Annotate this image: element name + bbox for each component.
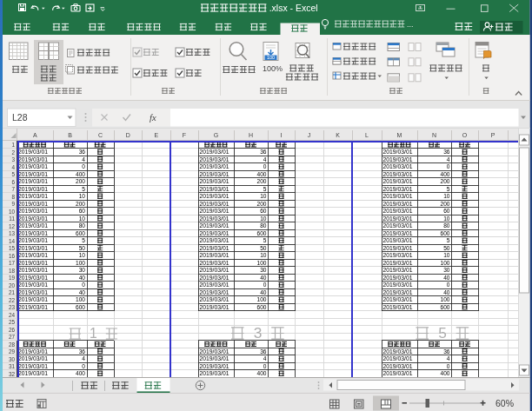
svg-text:.xlsx - Excel: .xlsx - Excel [269, 3, 318, 13]
svg-text:2019/03/01: 2019/03/01 [383, 171, 413, 177]
svg-text:2019/03/01: 2019/03/01 [18, 363, 48, 369]
svg-text:21: 21 [9, 289, 16, 295]
svg-text:400: 400 [256, 370, 266, 376]
svg-text:25: 25 [9, 319, 16, 325]
svg-text:400: 400 [76, 370, 85, 376]
svg-text:10: 10 [79, 193, 86, 199]
svg-text:2019/03/01: 2019/03/01 [383, 149, 413, 155]
svg-text:2019/03/01: 2019/03/01 [383, 208, 413, 214]
svg-text:2019/03/01: 2019/03/01 [18, 215, 48, 222]
svg-text:5: 5 [438, 324, 447, 341]
svg-text:2019/03/01: 2019/03/01 [18, 304, 48, 310]
svg-text:2019/03/01: 2019/03/01 [18, 171, 48, 177]
svg-text:4: 4 [263, 156, 267, 162]
svg-text:60: 60 [443, 208, 450, 214]
svg-text:4: 4 [11, 164, 15, 170]
svg-text:2019/03/01: 2019/03/01 [383, 363, 413, 369]
svg-text:100: 100 [76, 260, 85, 266]
svg-text:2019/03/01: 2019/03/01 [200, 304, 229, 310]
svg-text:8: 8 [11, 194, 15, 200]
svg-text:28: 28 [9, 341, 16, 348]
svg-text:19: 19 [9, 275, 16, 281]
svg-text:2019/03/01: 2019/03/01 [200, 252, 229, 258]
svg-text:2019/03/01: 2019/03/01 [200, 363, 229, 369]
svg-text:29: 29 [9, 348, 16, 355]
svg-text:2019/03/01: 2019/03/01 [383, 304, 413, 310]
svg-text:D: D [126, 132, 130, 138]
svg-text:600: 600 [76, 304, 85, 310]
svg-text:2019/03/01: 2019/03/01 [200, 163, 229, 169]
svg-text:4: 4 [447, 156, 450, 162]
svg-text:2019/03/01: 2019/03/01 [18, 201, 48, 207]
svg-text:2019/03/01: 2019/03/01 [200, 370, 229, 376]
svg-text:30: 30 [79, 267, 86, 273]
svg-text:2019/03/01: 2019/03/01 [383, 252, 413, 258]
svg-text:1: 1 [11, 142, 15, 148]
svg-text:2019/03/01: 2019/03/01 [18, 267, 48, 273]
svg-text:K: K [336, 132, 340, 138]
svg-text:0: 0 [82, 363, 85, 369]
svg-text:100%: 100% [263, 64, 283, 73]
svg-text:36: 36 [443, 348, 450, 355]
svg-text:2019/03/01: 2019/03/01 [18, 222, 48, 229]
svg-text:200: 200 [440, 178, 449, 184]
svg-text:2019/03/01: 2019/03/01 [200, 186, 229, 192]
svg-text:2019/03/01: 2019/03/01 [383, 237, 413, 243]
svg-text:400: 400 [440, 370, 449, 376]
svg-text:60: 60 [79, 208, 86, 214]
svg-text:4: 4 [82, 156, 85, 162]
svg-text:M: M [397, 132, 402, 138]
svg-text:10: 10 [260, 193, 267, 199]
svg-text:400: 400 [440, 171, 449, 177]
svg-text:2019/03/01: 2019/03/01 [383, 296, 413, 302]
svg-text:2: 2 [11, 149, 15, 156]
svg-text:40: 40 [443, 289, 450, 295]
svg-text:2019/03/01: 2019/03/01 [383, 282, 413, 288]
svg-text:9: 9 [11, 201, 15, 207]
svg-text:36: 36 [260, 348, 267, 355]
svg-text:26: 26 [9, 327, 16, 333]
svg-text:1: 1 [90, 326, 97, 341]
svg-text:40: 40 [79, 289, 86, 295]
svg-text:E: E [154, 132, 158, 138]
svg-text:2019/03/01: 2019/03/01 [200, 282, 229, 288]
svg-text:2019/03/01: 2019/03/01 [383, 230, 413, 236]
svg-text:2019/03/01: 2019/03/01 [18, 208, 48, 214]
svg-text:2019/03/01: 2019/03/01 [383, 260, 413, 266]
svg-text:2019/03/01: 2019/03/01 [18, 282, 48, 288]
svg-text:I: I [281, 132, 283, 138]
svg-text:80: 80 [79, 222, 86, 229]
svg-text:2019/03/01: 2019/03/01 [383, 193, 413, 199]
svg-text:2019/03/01: 2019/03/01 [18, 296, 48, 302]
svg-text:600: 600 [256, 230, 266, 236]
svg-text:10: 10 [443, 215, 450, 222]
svg-text:L28: L28 [12, 112, 28, 123]
svg-text:5: 5 [82, 237, 85, 243]
svg-text:2019/03/01: 2019/03/01 [18, 178, 48, 184]
svg-text:fx: fx [150, 113, 156, 123]
svg-text:200: 200 [76, 178, 85, 184]
svg-text:G: G [214, 132, 218, 138]
svg-text:5: 5 [447, 237, 450, 243]
svg-text:36: 36 [260, 149, 267, 155]
svg-text:2019/03/01: 2019/03/01 [200, 178, 229, 184]
svg-text:4: 4 [263, 355, 267, 361]
svg-text:80: 80 [443, 222, 450, 229]
svg-text:2019/03/01: 2019/03/01 [383, 222, 413, 229]
svg-text:30: 30 [443, 267, 450, 273]
svg-text:C: C [98, 132, 103, 138]
svg-text:2019/03/01: 2019/03/01 [200, 149, 229, 155]
svg-text:15: 15 [9, 245, 16, 251]
svg-text:40: 40 [79, 275, 86, 281]
svg-text:0: 0 [82, 282, 85, 288]
svg-text:2019/03/01: 2019/03/01 [18, 275, 48, 281]
svg-text:2019/03/01: 2019/03/01 [383, 178, 413, 184]
svg-text:2019/03/01: 2019/03/01 [200, 156, 229, 162]
svg-text:40: 40 [260, 275, 267, 281]
svg-text:80: 80 [260, 222, 267, 229]
svg-text:2019/03/01: 2019/03/01 [18, 193, 48, 199]
svg-text:2019/03/01: 2019/03/01 [18, 260, 48, 266]
svg-text:P: P [491, 132, 495, 138]
svg-text:4: 4 [447, 355, 450, 361]
svg-text:O: O [462, 132, 468, 138]
